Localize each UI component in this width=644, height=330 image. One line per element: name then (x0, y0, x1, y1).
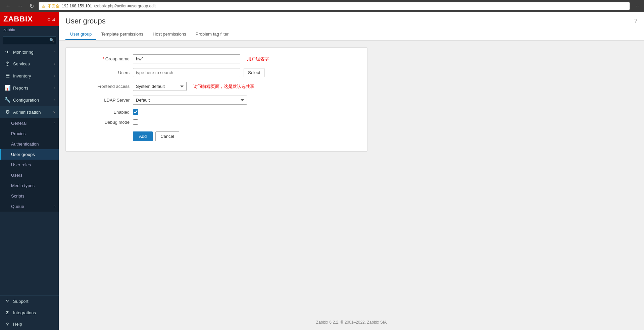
form-container: *Group name 用户组名字 Users Select Frontend … (65, 47, 367, 152)
tab-host-permissions[interactable]: Host permissions (148, 29, 191, 40)
user-groups-label: User groups (11, 152, 35, 157)
help-label: Help (13, 322, 55, 327)
tab-user-group[interactable]: User group (65, 29, 96, 40)
forward-button[interactable]: → (15, 2, 25, 10)
security-text: 不安全 (48, 3, 60, 9)
submenu-user-groups[interactable]: User groups (0, 149, 59, 160)
group-name-annotation: 用户组名字 (247, 56, 269, 62)
tab-template-permissions[interactable]: Template permissions (96, 29, 148, 40)
window-icon[interactable]: ⊡ (51, 16, 55, 22)
reports-arrow: › (54, 86, 55, 90)
debug-mode-checkbox[interactable] (133, 119, 138, 125)
configuration-icon: 🔧 (4, 97, 10, 103)
sidebar-item-services[interactable]: ⏱ Services › (0, 58, 59, 70)
configuration-label: Configuration (13, 98, 52, 103)
services-icon: ⏱ (4, 61, 10, 67)
group-name-input[interactable] (133, 54, 240, 63)
tab-problem-tag-filter[interactable]: Problem tag filter (191, 29, 233, 40)
frontend-access-select[interactable]: System default Internal LDAP Disabled (133, 82, 187, 91)
frontend-access-row: Frontend access System default Internal … (76, 82, 357, 91)
ldap-server-row: LDAP Server Default (76, 96, 357, 105)
cancel-button[interactable]: Cancel (155, 131, 179, 141)
services-label: Services (13, 61, 52, 66)
administration-icon: ⚙ (4, 109, 10, 115)
url-path: /zabbix.php?action=usergroup.edit (94, 4, 156, 8)
browser-action-bar: ⋯ (633, 3, 641, 9)
general-arrow: › (54, 121, 55, 125)
sidebar-item-reports[interactable]: 📊 Reports › (0, 82, 59, 94)
users-input[interactable] (133, 68, 240, 77)
help-icon: ? (4, 321, 10, 327)
reports-icon: 📊 (4, 85, 10, 91)
monitoring-arrow: › (54, 50, 55, 54)
debug-mode-checkbox-wrapper (133, 119, 138, 125)
sidebar-item-monitoring[interactable]: 👁 Monitoring › (0, 46, 59, 58)
search-input[interactable] (3, 36, 56, 44)
add-button[interactable]: Add (133, 131, 153, 141)
logo-icons: « ⊡ (47, 16, 55, 22)
footer-text: Zabbix 6.2.2. © 2001–2022, Zabbix SIA (316, 320, 387, 325)
submenu-proxies[interactable]: Proxies (0, 128, 59, 139)
main-content: User groups ? User group Template permis… (59, 12, 644, 330)
url-base: 192.168.159.101 (62, 4, 92, 8)
form-actions: Add Cancel (76, 131, 357, 141)
administration-label: Administration (13, 110, 50, 115)
configuration-arrow: › (54, 98, 55, 102)
sidebar-item-help[interactable]: ? Help (0, 318, 59, 330)
media-types-label: Media types (11, 183, 35, 188)
submenu-authentication[interactable]: Authentication (0, 139, 59, 149)
back-button[interactable]: ← (3, 2, 13, 10)
page-help-icon[interactable]: ? (634, 18, 637, 24)
monitoring-label: Monitoring (13, 50, 52, 55)
address-bar[interactable]: ⚠ 不安全 192.168.159.101 /zabbix.php?action… (39, 2, 630, 10)
group-name-row: *Group name 用户组名字 (76, 54, 357, 63)
admin-submenu: General › Proxies Authentication User gr… (0, 118, 59, 212)
user-roles-label: User roles (11, 162, 31, 167)
submenu-general[interactable]: General › (0, 118, 59, 128)
submenu-scripts[interactable]: Scripts (0, 191, 59, 201)
services-arrow: › (54, 62, 55, 66)
administration-arrow: ∨ (53, 110, 55, 114)
debug-mode-row: Debug mode (76, 119, 357, 125)
general-label: General (11, 121, 27, 126)
debug-mode-label: Debug mode (76, 120, 130, 125)
submenu-queue[interactable]: Queue › (0, 201, 59, 212)
refresh-button[interactable]: ↻ (28, 2, 36, 10)
ldap-server-label: LDAP Server (76, 98, 130, 103)
search-icon: 🔍 (49, 38, 54, 43)
users-label: Users (76, 70, 130, 75)
footer: Zabbix 6.2.2. © 2001–2022, Zabbix SIA (59, 315, 644, 330)
sidebar-item-inventory[interactable]: ☰ Inventory › (0, 70, 59, 82)
submenu-media-types[interactable]: Media types (0, 180, 59, 191)
sidebar-item-configuration[interactable]: 🔧 Configuration › (0, 94, 59, 106)
sidebar-item-support[interactable]: ? Support (0, 295, 59, 307)
monitoring-icon: 👁 (4, 49, 10, 55)
select-button[interactable]: Select (244, 68, 264, 77)
sidebar-item-administration[interactable]: ⚙ Administration ∨ (0, 106, 59, 118)
content-area: *Group name 用户组名字 Users Select Frontend … (59, 41, 644, 315)
submenu-users[interactable]: Users (0, 170, 59, 180)
group-name-label: *Group name (76, 56, 130, 61)
enabled-checkbox[interactable] (133, 109, 138, 115)
scripts-label: Scripts (11, 194, 24, 199)
authentication-label: Authentication (11, 142, 39, 147)
inventory-arrow: › (54, 74, 55, 78)
support-icon: ? (4, 298, 10, 304)
integrations-icon: Z (4, 310, 10, 315)
frontend-access-label: Frontend access (76, 84, 130, 89)
app-layout: ZABBIX « ⊡ zabbix 🔍 👁 Monitoring › ⏱ Ser… (0, 12, 644, 330)
page-title: User groups (65, 17, 106, 25)
collapse-icon[interactable]: « (47, 16, 50, 22)
queue-arrow: › (54, 205, 55, 208)
sidebar-item-integrations[interactable]: Z Integrations (0, 307, 59, 318)
more-button[interactable]: ⋯ (633, 3, 641, 9)
enabled-checkbox-wrapper (133, 109, 138, 115)
inventory-icon: ☰ (4, 73, 10, 79)
inventory-label: Inventory (13, 73, 52, 78)
proxies-label: Proxies (11, 131, 26, 136)
logo: ZABBIX (3, 15, 33, 23)
submenu-user-roles[interactable]: User roles (0, 160, 59, 170)
security-warning-icon: ⚠ (42, 4, 46, 9)
sidebar-bottom: ? Support Z Integrations ? Help (0, 295, 59, 330)
ldap-server-select[interactable]: Default (133, 96, 247, 105)
